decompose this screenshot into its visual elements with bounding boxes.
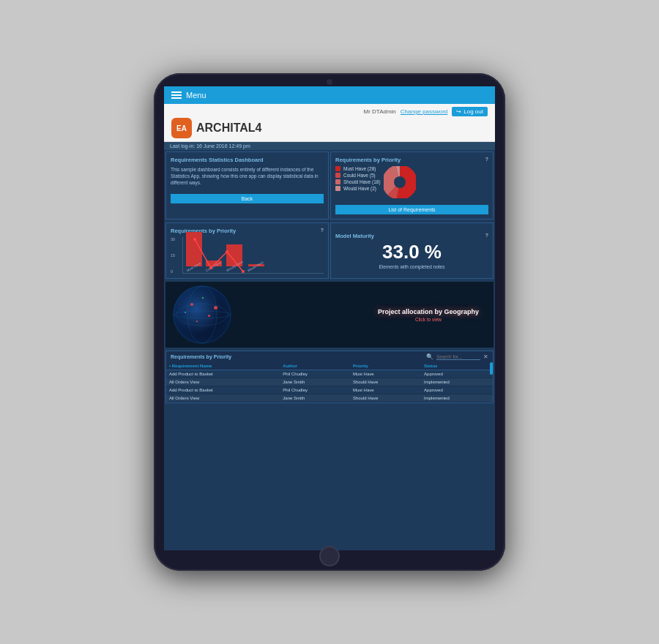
menu-label: Menu — [186, 91, 206, 100]
pie-chart — [384, 166, 416, 198]
row-name: Add Product to Basket — [166, 386, 280, 394]
middle-panel-row: Requirements by Priority ? 30 15 0 — [164, 221, 495, 280]
table-row: Add Product to Basket Phil Chudley Must … — [166, 370, 493, 378]
priority-item-musthave: Must Have (28) — [335, 166, 381, 171]
row-priority: Must Have — [350, 370, 421, 378]
geo-subtitle: Click to view — [415, 317, 442, 322]
maturity-panel: Model Maturity ? 33.0 % Elements with co… — [330, 222, 494, 279]
table-row: Add Product to Basket Phil Chudley Must … — [166, 386, 493, 394]
logout-button[interactable]: ↪ Log out — [452, 107, 488, 116]
geo-globe — [173, 285, 231, 344]
app-title: ARCHITAL4 — [196, 121, 261, 135]
table-row: All Orders View Jane Smith Should Have I… — [166, 378, 493, 386]
back-button[interactable]: Back — [171, 194, 324, 203]
priority-pie-panel: Requirements by Priority ? Must Have (28… — [330, 151, 494, 220]
priority-pie-title: Requirements by Priority ? — [335, 157, 488, 163]
row-author: Jane Smith — [280, 394, 350, 402]
pie-chart-container — [384, 166, 416, 198]
bar-group-couldhave: Could Have — [205, 261, 223, 273]
requirements-table-header: Requirements by Priority 🔍 ✕ — [166, 351, 493, 362]
col-header-author: Author — [280, 362, 350, 370]
col-header-status: Status — [421, 362, 493, 370]
priority-dot-shouldhave — [335, 179, 340, 184]
row-name: Add Product to Basket — [166, 370, 280, 378]
bar-label-wouldhave: Would Have — [247, 261, 264, 273]
scrollbar-indicator — [490, 362, 493, 375]
bar-y-labels: 30 15 0 — [171, 237, 175, 274]
hamburger-menu-icon[interactable] — [171, 91, 182, 99]
col-header-priority: Priority — [350, 362, 421, 370]
row-priority: Should Have — [350, 394, 421, 402]
user-name-label: Mr DTAdmin — [364, 108, 396, 115]
header-top-row: Mr DTAdmin Change password ↪ Log out — [171, 107, 488, 116]
bar-chart-area: 30 15 0 Must Have — [171, 237, 324, 274]
priority-dot-musthave — [335, 166, 340, 171]
priority-item-shouldhave: Should Have (18) — [335, 179, 381, 184]
maturity-label: Elements with completed notes — [379, 264, 445, 269]
col-header-name: • Requirement Name — [166, 362, 280, 370]
last-login-text: Last log-in: 16 June 2016 12:49 pm — [170, 143, 250, 149]
row-status: Implemented — [421, 394, 493, 402]
top-panel-row: Requirements Statistics Dashboard This s… — [164, 150, 495, 221]
logout-label: Log out — [463, 108, 483, 115]
bar-group-wouldhave: Would Have — [247, 264, 264, 273]
top-nav-bar: Menu — [164, 86, 495, 104]
home-button[interactable] — [319, 546, 340, 566]
row-author: Jane Smith — [280, 378, 350, 386]
tablet-camera — [327, 79, 332, 85]
row-priority: Should Have — [350, 378, 421, 386]
logo-row: EA ARCHITAL4 — [171, 118, 488, 138]
close-icon[interactable]: ✕ — [483, 353, 488, 360]
bars-area: Must Have Could Have Should Have — [182, 237, 324, 274]
row-priority: Must Have — [350, 386, 421, 394]
bar-chart-panel: Requirements by Priority ? 30 15 0 — [165, 222, 329, 279]
maturity-percent: 33.0 % — [382, 242, 442, 261]
geo-panel[interactable]: Project allocation by Geography Click to… — [165, 282, 494, 348]
help-icon[interactable]: ? — [485, 157, 488, 162]
data-particles — [173, 285, 231, 344]
geo-text-area: Project allocation by Geography Click to… — [378, 308, 479, 322]
priority-item-couldhave: Could Have (5) — [335, 173, 381, 178]
priority-dot-couldhave — [335, 173, 340, 178]
search-icon: 🔍 — [426, 353, 433, 360]
row-name: All Orders View — [166, 378, 280, 386]
tablet-frame: Menu Mr DTAdmin Change password ↪ Log ou… — [154, 73, 505, 571]
maturity-panel-title: Model Maturity ? — [335, 233, 488, 239]
req-table-title: Requirements by Priority — [171, 354, 231, 359]
app-header: Mr DTAdmin Change password ↪ Log out EA … — [164, 104, 495, 142]
requirements-table: • Requirement Name Author Priority Statu… — [166, 362, 493, 402]
maturity-help-icon[interactable]: ? — [485, 233, 488, 238]
row-status: Implemented — [421, 378, 493, 386]
geo-title: Project allocation by Geography — [378, 308, 479, 315]
bar-group-musthave: Must Have — [186, 232, 202, 273]
list-of-req-button[interactable]: List of Requirements — [335, 205, 488, 214]
tablet-screen: Menu Mr DTAdmin Change password ↪ Log ou… — [164, 86, 495, 550]
ea-logo: EA — [171, 118, 192, 138]
requirements-table-panel: Requirements by Priority 🔍 ✕ • Requireme… — [165, 351, 494, 403]
row-name: All Orders View — [166, 394, 280, 402]
search-area: 🔍 ✕ — [426, 353, 488, 360]
search-input[interactable] — [436, 354, 480, 360]
change-password-link[interactable]: Change password — [401, 108, 447, 115]
row-status: Approved — [421, 370, 493, 378]
table-row: All Orders View Jane Smith Should Have I… — [166, 394, 493, 402]
statistics-panel-text: This sample dashboard consists entirely … — [171, 166, 324, 186]
statistics-panel-title: Requirements Statistics Dashboard — [171, 157, 324, 163]
priority-item-wouldhave: Would Have (2) — [335, 186, 381, 191]
row-author: Phil Chudley — [280, 386, 350, 394]
row-author: Phil Chudley — [280, 370, 350, 378]
priority-dot-wouldhave — [335, 186, 340, 191]
last-login-bar: Last log-in: 16 June 2016 12:49 pm — [164, 142, 495, 150]
bar-group-shouldhave: Should Have — [226, 244, 245, 273]
dashboard: Requirements Statistics Dashboard This s… — [164, 150, 495, 550]
logout-icon: ↪ — [456, 108, 461, 115]
bar-help-icon[interactable]: ? — [321, 228, 324, 233]
priority-list: Must Have (28) Could Have (5) Should Hav… — [335, 166, 381, 191]
statistics-panel: Requirements Statistics Dashboard This s… — [165, 151, 329, 220]
row-status: Approved — [421, 386, 493, 394]
